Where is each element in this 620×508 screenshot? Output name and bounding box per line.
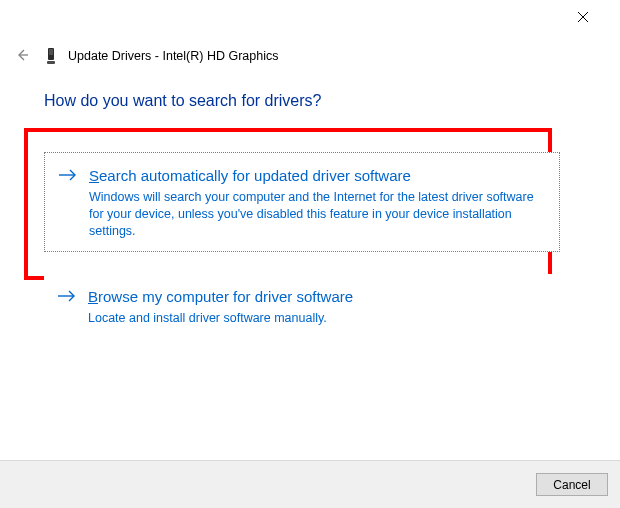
- svg-rect-5: [49, 52, 53, 53]
- close-icon: [578, 10, 588, 25]
- cancel-button[interactable]: Cancel: [536, 473, 608, 496]
- arrow-right-icon: [58, 289, 76, 306]
- back-arrow-icon: [14, 47, 30, 66]
- option-description: Windows will search your computer and th…: [89, 189, 545, 240]
- close-button[interactable]: [568, 6, 598, 28]
- page-heading: How do you want to search for drivers?: [44, 92, 321, 110]
- option-description: Locate and install driver software manua…: [88, 310, 546, 327]
- svg-rect-6: [49, 54, 53, 55]
- svg-rect-7: [47, 61, 55, 64]
- option-search-automatically[interactable]: Search automatically for updated driver …: [44, 152, 560, 252]
- window-title: Update Drivers - Intel(R) HD Graphics: [68, 49, 278, 63]
- option-title: Browse my computer for driver software: [88, 288, 546, 307]
- window-header: Update Drivers - Intel(R) HD Graphics: [10, 44, 610, 68]
- back-button[interactable]: [10, 44, 34, 68]
- arrow-right-icon: [59, 168, 77, 185]
- device-icon: [44, 46, 58, 66]
- option-title: Search automatically for updated driver …: [89, 167, 545, 186]
- dialog-footer: Cancel: [0, 460, 620, 508]
- svg-rect-4: [49, 50, 53, 51]
- option-browse-computer[interactable]: Browse my computer for driver software L…: [44, 274, 560, 341]
